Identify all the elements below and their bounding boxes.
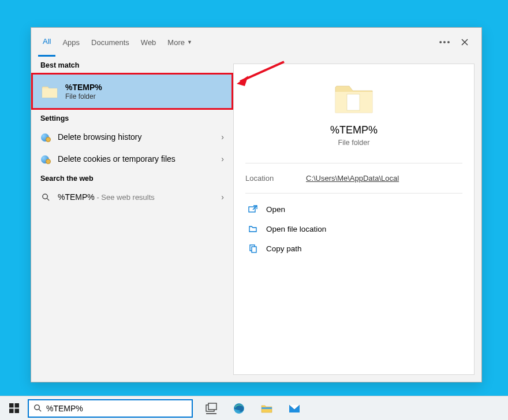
detail-title: %TEMP% (245, 124, 462, 136)
taskbar (0, 396, 508, 420)
svg-rect-3 (249, 207, 255, 212)
search-icon (40, 192, 51, 202)
taskbar-app-explorer[interactable] (253, 396, 281, 420)
windows-logo-icon (9, 403, 19, 413)
action-copy-path[interactable]: Copy path (245, 239, 462, 258)
mail-icon (288, 402, 301, 415)
file-explorer-icon (260, 402, 273, 415)
svg-rect-7 (9, 403, 14, 408)
settings-header: Settings (31, 110, 233, 126)
best-match-subtitle: File folder (65, 92, 102, 101)
chevron-right-icon: › (221, 154, 224, 163)
control-panel-icon (40, 132, 51, 142)
settings-item-delete-history[interactable]: Delete browsing history › (31, 126, 233, 148)
svg-line-1 (47, 198, 49, 200)
search-results-popup: All Apps Documents Web More ▼ ••• Best m… (31, 27, 482, 382)
web-item-label: %TEMP% (58, 192, 95, 202)
taskbar-search-input[interactable] (46, 400, 192, 417)
action-label: Open file location (266, 225, 326, 233)
action-open[interactable]: Open (245, 199, 462, 219)
svg-rect-10 (14, 409, 19, 414)
detail-location-value[interactable]: C:\Users\Me\AppData\Local (306, 174, 399, 183)
svg-rect-17 (262, 407, 272, 409)
detail-subtitle: File folder (245, 139, 462, 147)
taskbar-app-edge[interactable] (225, 396, 253, 420)
svg-rect-5 (252, 247, 256, 252)
svg-rect-2 (347, 94, 360, 110)
search-content-row: Best match %TEMP% File folder Settings D… (31, 57, 481, 382)
detail-location-key: Location (245, 174, 306, 183)
svg-point-11 (34, 405, 39, 410)
chevron-right-icon: › (221, 192, 224, 202)
svg-rect-14 (208, 403, 216, 410)
tab-all[interactable]: All (38, 28, 55, 57)
settings-item-delete-cookies[interactable]: Delete cookies or temporary files › (31, 148, 233, 170)
action-label: Open (266, 205, 285, 214)
folder-open-icon (248, 224, 258, 234)
control-panel-icon (40, 154, 51, 164)
open-icon (248, 204, 258, 214)
best-match-item[interactable]: %TEMP% File folder (31, 73, 233, 110)
task-view-icon (205, 402, 218, 415)
settings-item-label: Delete browsing history (58, 132, 221, 142)
svg-line-12 (39, 409, 41, 411)
search-tabs-row: All Apps Documents Web More ▼ ••• (31, 28, 481, 57)
close-button[interactable] (455, 32, 475, 52)
svg-rect-9 (9, 409, 14, 414)
task-view-button[interactable] (197, 396, 225, 420)
settings-item-label: Delete cookies or temporary files (58, 154, 221, 163)
tab-more[interactable]: More ▼ (163, 28, 197, 57)
chevron-down-icon: ▼ (187, 39, 192, 45)
tab-apps[interactable]: Apps (58, 28, 84, 57)
best-match-header: Best match (31, 57, 233, 73)
action-open-file-location[interactable]: Open file location (245, 219, 462, 239)
web-header: Search the web (31, 170, 233, 186)
copy-icon (248, 243, 258, 254)
folder-icon (41, 83, 58, 100)
chevron-right-icon: › (221, 132, 224, 142)
action-label: Copy path (266, 244, 302, 253)
close-icon (461, 39, 468, 46)
tab-documents[interactable]: Documents (87, 28, 134, 57)
tab-more-label: More (167, 38, 185, 47)
edge-icon (233, 402, 245, 415)
taskbar-search-box[interactable] (28, 399, 193, 418)
svg-point-0 (42, 194, 47, 198)
web-item-suffix: - See web results (95, 193, 155, 202)
search-icon (29, 404, 46, 412)
folder-icon-large (333, 80, 375, 116)
taskbar-app-mail[interactable] (281, 396, 308, 420)
web-result-item[interactable]: %TEMP% - See web results › (31, 186, 233, 208)
result-detail-panel: %TEMP% File folder Location C:\Users\Me\… (233, 64, 475, 375)
start-button[interactable] (0, 396, 28, 420)
best-match-title: %TEMP% (65, 83, 102, 92)
more-options-button[interactable]: ••• (435, 32, 455, 52)
tab-web[interactable]: Web (136, 28, 161, 57)
svg-rect-8 (14, 403, 19, 408)
results-left-column: Best match %TEMP% File folder Settings D… (31, 57, 233, 382)
ellipsis-icon: ••• (439, 38, 451, 47)
